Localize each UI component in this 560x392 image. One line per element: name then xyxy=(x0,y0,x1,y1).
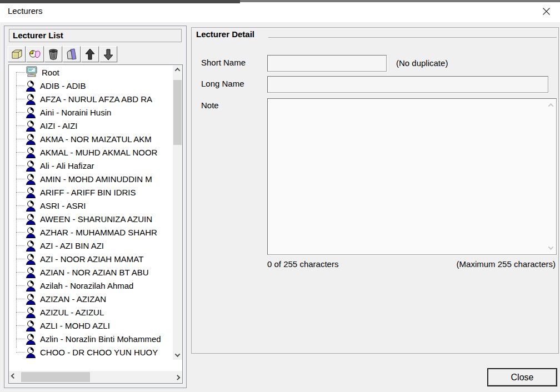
tree-item-label: AZIAN - NOR AZIAN BT ABU xyxy=(40,268,149,277)
tree-item[interactable]: AIZI - AIZI xyxy=(9,119,173,132)
note-label: Note xyxy=(201,100,219,110)
tree-item[interactable]: AZI - AZI BIN AZI xyxy=(9,239,173,252)
no-duplicate-hint: (No duplicate) xyxy=(396,58,448,68)
arrow-up-icon xyxy=(83,48,97,61)
person-icon xyxy=(25,240,37,252)
toolbar-button-folder[interactable] xyxy=(8,46,26,62)
tree-item-root[interactable]: Root xyxy=(9,66,173,79)
long-name-input[interactable] xyxy=(267,76,548,93)
person-icon xyxy=(25,80,37,92)
person-icon xyxy=(25,306,37,318)
toolbar-button-faces[interactable] xyxy=(26,46,44,62)
tree-item[interactable]: Ali - Ali Hafizar xyxy=(9,159,173,172)
tree-item-label: Root xyxy=(42,68,59,77)
close-button[interactable]: Close xyxy=(487,368,557,386)
tree-item[interactable]: ASRI - ASRI xyxy=(9,199,173,212)
short-name-input[interactable] xyxy=(267,55,387,72)
tree-connector xyxy=(16,245,25,246)
tree-connector xyxy=(16,179,25,179)
scroll-down-arrow[interactable] xyxy=(173,350,182,360)
scroll-left-arrow[interactable] xyxy=(9,372,18,381)
tree-connector xyxy=(16,325,25,326)
tree-connector xyxy=(16,86,25,86)
tree-item-label: Azlin - Norazlin Binti Mohammed xyxy=(40,334,161,344)
tree-item[interactable]: Aini - Noraini Husin xyxy=(9,105,173,119)
note-scroll-down-arrow xyxy=(548,244,554,250)
tree-item-label: Aini - Noraini Husin xyxy=(40,108,111,117)
lecturer-list-panel: Lecturer List xyxy=(4,26,187,388)
tree-item[interactable]: DR Choo - Dr Choo Yun Huoy xyxy=(9,359,173,360)
person-icon xyxy=(25,160,37,172)
x-glyph xyxy=(542,7,551,16)
tree-item-label: AZI - NOOR AZIAH MAMAT xyxy=(40,254,143,264)
tree-connector xyxy=(16,259,25,259)
person-icon xyxy=(25,120,37,132)
tree-item[interactable]: AZHAR - MUHAMMAD SHAHR xyxy=(9,225,173,239)
toolbar-button-robe-figure[interactable] xyxy=(63,46,81,62)
horizontal-scroll-thumb[interactable] xyxy=(21,372,90,382)
tree-item-label: AZI - AZI BIN AZI xyxy=(40,241,104,250)
tree-item[interactable]: AZI - NOOR AZIAH MAMAT xyxy=(9,252,173,265)
tree-connector xyxy=(16,139,25,139)
tree-connector xyxy=(16,165,25,166)
person-icon xyxy=(25,200,37,212)
tree-item[interactable]: Azlin - Norazlin Binti Mohammed xyxy=(9,332,173,345)
tree-connector xyxy=(16,125,25,126)
tree-item[interactable]: AKMA - NOR MAIZATUL AKM xyxy=(9,132,173,145)
person-icon xyxy=(25,133,37,145)
scroll-up-arrow[interactable] xyxy=(173,65,182,74)
tree-scrollbar-horizontal[interactable] xyxy=(9,371,182,383)
tree-connector xyxy=(16,99,25,99)
tree-item[interactable]: Azilah - Norazilah Ahmad xyxy=(9,279,173,292)
lecturer-detail-panel: Lecturer Detail Short Name (No duplicate… xyxy=(191,27,559,354)
tree-item[interactable]: CHOO - DR CHOO YUN HUOY xyxy=(9,345,173,359)
toolbar-button-move-down[interactable] xyxy=(99,46,117,62)
note-scroll-up-arrow xyxy=(548,103,554,109)
person-icon xyxy=(25,253,37,265)
tree-connector xyxy=(16,152,25,153)
tree-item[interactable]: AZLI - MOHD AZLI xyxy=(9,319,173,332)
tree-item-label: AZIZAN - AZIZAN xyxy=(40,294,106,304)
tree-view: Root ADIB - ADIB AFZA - NURUL AFZA ABD R… xyxy=(8,64,183,384)
tree-connector xyxy=(16,72,25,73)
tree-item[interactable]: ARIFF - ARIFF BIN IDRIS xyxy=(9,185,173,199)
vertical-scroll-thumb[interactable] xyxy=(173,80,182,145)
tree-connector xyxy=(16,352,25,353)
tree-connector xyxy=(16,285,25,286)
person-icon xyxy=(25,187,37,198)
tree-connector xyxy=(16,219,25,219)
person-icon xyxy=(25,346,37,358)
toolbar-button-move-up[interactable] xyxy=(81,46,99,62)
tree-item-label: Ali - Ali Hafizar xyxy=(40,161,94,170)
folder-icon xyxy=(10,48,23,61)
tree-item[interactable]: AKMAL - MUHD AKMAL NOOR xyxy=(9,145,173,159)
scroll-right-arrow[interactable] xyxy=(173,372,182,381)
close-icon[interactable] xyxy=(538,4,554,18)
tree-item-label: ARIFF - ARIFF BIN IDRIS xyxy=(40,188,136,197)
max-chars-hint: (Maximum 255 characters) xyxy=(457,259,556,269)
top-edge-strip-dark xyxy=(0,0,240,3)
person-icon xyxy=(25,173,37,185)
tree-item-label: ASRI - ASRI xyxy=(40,201,86,210)
computer-icon xyxy=(25,66,38,78)
tree-item[interactable]: ADIB - ADIB xyxy=(9,79,173,92)
tree-connector xyxy=(16,312,25,313)
note-textarea[interactable] xyxy=(267,98,557,255)
tree-item-label: AMIN - MOHD AMINUDDIN M xyxy=(40,174,152,184)
tree-connector xyxy=(16,112,25,113)
tree-item-label: CHOO - DR CHOO YUN HUOY xyxy=(40,348,158,357)
tree-item-label: AZIZUL - AZIZUL xyxy=(40,308,104,317)
tree-item[interactable]: AZIZAN - AZIZAN xyxy=(9,292,173,305)
person-icon xyxy=(25,320,37,331)
header-divider xyxy=(268,37,557,38)
tree-item[interactable]: AZIZUL - AZIZUL xyxy=(9,305,173,319)
long-name-label: Long Name xyxy=(201,79,244,88)
tree-scrollbar-vertical[interactable] xyxy=(173,65,182,360)
toolbar-button-trash[interactable] xyxy=(44,46,62,62)
tree-item-label: AZHAR - MUHAMMAD SHAHR xyxy=(40,228,157,237)
tree-item[interactable]: AMIN - MOHD AMINUDDIN M xyxy=(9,172,173,185)
tree-item[interactable]: AZIAN - NOR AZIAN BT ABU xyxy=(9,265,173,279)
tree-item[interactable]: AWEEN - SHARUNIZA AZUIN xyxy=(9,212,173,225)
tree-item[interactable]: AFZA - NURUL AFZA ABD RA xyxy=(9,92,173,105)
person-icon xyxy=(25,333,37,345)
